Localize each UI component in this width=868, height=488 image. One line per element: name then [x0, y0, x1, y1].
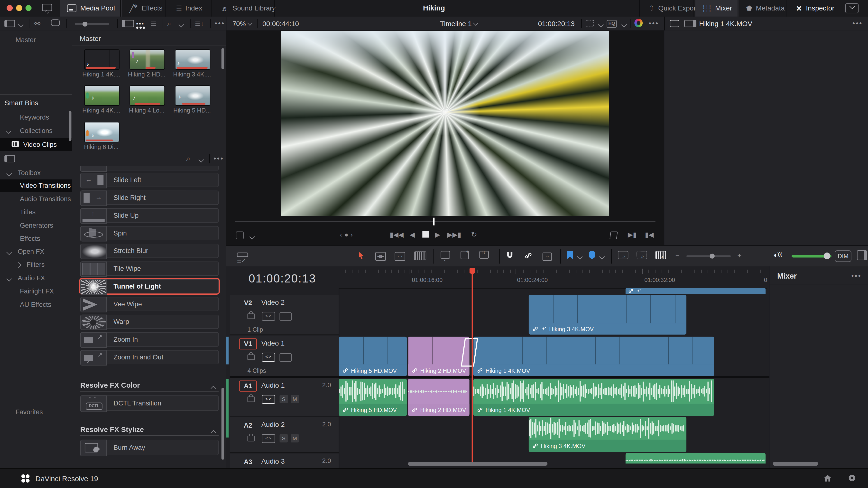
track-header-a3[interactable]: A3 Audio 3 2.0 [230, 454, 339, 468]
mixer-horizontal-scrollbar[interactable] [773, 462, 818, 466]
timeline-selector[interactable]: Timeline 1 [440, 20, 478, 28]
viewer-scrubber[interactable] [235, 221, 655, 222]
sidebar-generators[interactable]: Generators [20, 222, 53, 230]
track-header-a2[interactable]: A2 Audio 2 2.0 <> S M [230, 417, 339, 453]
presentation-icon[interactable] [42, 4, 52, 13]
window-minimize-button[interactable] [16, 5, 22, 11]
window-zoom-button[interactable] [26, 5, 32, 11]
zoom-out-button[interactable]: − [676, 251, 680, 260]
media-grid-scrollbar[interactable] [221, 48, 224, 69]
track-autoselect-icon[interactable]: <> [262, 353, 275, 362]
loop-button[interactable]: ↻ [471, 231, 477, 239]
sidebar-open-fx[interactable]: Open FX [18, 248, 44, 255]
panel-toggle-icon[interactable] [4, 20, 15, 29]
timeline-clip-v1-hiking2[interactable]: Hiking 2 HD.MOV [408, 337, 469, 376]
filters-chevron-icon[interactable] [17, 262, 21, 270]
timeline-zoom-slider[interactable] [686, 255, 731, 257]
sidebar-titles[interactable]: Titles [20, 208, 35, 216]
transition-spin[interactable]: Spin [80, 226, 219, 240]
media-clip-thumb[interactable]: ♪ [84, 85, 120, 106]
media-search-chevron[interactable] [177, 22, 183, 29]
media-clip-name[interactable]: Hiking 6 Di... [79, 144, 124, 150]
media-clip-thumb[interactable]: ♪ [175, 85, 211, 106]
selection-mode-tool[interactable] [358, 251, 365, 260]
bin-collections[interactable]: Collections [20, 127, 53, 135]
timeline-view-options-icon[interactable]: ☰✓ [237, 251, 248, 266]
viewer-options-icon[interactable]: ••• [649, 20, 659, 27]
replace-clip-button[interactable]: ↑↓ [479, 251, 489, 260]
tab-metadata[interactable]: ⬟ Metadata [740, 0, 791, 17]
sidebar-audio-fx[interactable]: Audio FX [18, 274, 45, 282]
sidebar-audio-transitions[interactable]: Audio Transitions [20, 195, 71, 203]
sort-icon[interactable]: ☰↓ [195, 20, 204, 27]
audiofx-chevron-icon[interactable] [7, 276, 11, 284]
next-edit-icon[interactable]: ▶▮ [628, 231, 637, 239]
timeline-ruler[interactable]: 01:00:16:00 01:00:24:00 01:00:32:00 0 [339, 269, 767, 288]
transition-item-partial[interactable] [80, 166, 219, 171]
go-to-first-frame-button[interactable]: ▮◀◀ [390, 231, 404, 239]
track-badge[interactable]: A1 [239, 380, 257, 391]
media-clip-name[interactable]: Hiking 4 4K.... [79, 107, 124, 114]
track-lock-icon[interactable] [248, 436, 255, 441]
media-pool-options-icon[interactable]: ••• [215, 20, 225, 27]
timeline-playhead[interactable] [472, 269, 472, 462]
workspace-chevron-button[interactable] [845, 3, 859, 13]
timeline-audio-a2-hiking3[interactable]: Hiking 3 4K.MOV [529, 417, 686, 452]
viewer-video-frame[interactable] [281, 31, 609, 216]
timeline-clip-v1-hiking1[interactable]: Hiking 1 4K.MOV [473, 337, 714, 376]
fit-frame-chevron[interactable] [597, 22, 603, 29]
tab-inspector[interactable]: ✕ Inspector [789, 0, 841, 17]
transition-zoom-in-and-out[interactable]: ↗↙ Zoom In and Out [80, 350, 219, 364]
track-autoselect-icon[interactable]: <> [262, 312, 275, 321]
detail-zoom-button[interactable]: ⌕ [637, 251, 647, 261]
media-clip-thumb[interactable]: ♪ [129, 49, 165, 70]
inspector-clip-icon[interactable] [670, 20, 679, 29]
window-close-button[interactable] [7, 5, 13, 11]
flag-tool[interactable] [567, 251, 573, 259]
bin-keywords[interactable]: Keywords [20, 114, 49, 121]
bin-sidebar-scrollbar[interactable] [69, 111, 71, 141]
sidebar-effects[interactable]: Effects [20, 235, 40, 243]
transition-tile-wipe[interactable]: Tile Wipe [80, 261, 219, 276]
sidebar-video-transitions[interactable]: Video Transitions [0, 180, 72, 192]
media-clip-thumb[interactable]: ♪ [175, 49, 211, 70]
effects-panel-toggle-icon[interactable] [4, 155, 15, 164]
go-to-last-frame-button[interactable]: ▶▶▮ [447, 231, 461, 239]
annotations-icon[interactable] [51, 20, 60, 28]
media-clip-thumb[interactable]: ♪ [84, 49, 120, 70]
track-autoselect-icon[interactable]: <> [262, 434, 275, 443]
timeline-clip-partial-v3[interactable] [626, 288, 766, 294]
timeline-horizontal-scrollbar[interactable] [408, 462, 548, 466]
transition-slide-up[interactable]: ↑ Slide Up [80, 208, 219, 222]
transition-tunnel-of-light[interactable]: Tunnel of Light [80, 279, 219, 294]
monitor-volume-slider[interactable] [792, 255, 832, 257]
media-clip-name[interactable]: Hiking 2 HD... [124, 71, 169, 78]
timeline-timecode-display[interactable]: 01:00:20:13 [230, 272, 335, 285]
track-header-a1[interactable]: A1 Audio 1 2.0 <> S M [230, 378, 339, 417]
effects-search-chevron[interactable] [197, 157, 203, 164]
overwrite-clip-button[interactable]: ↰ [461, 251, 469, 261]
viewer-zoom-select[interactable]: 70% [232, 20, 252, 28]
track-badge[interactable]: V1 [239, 338, 257, 349]
timeline-clip-v2-hiking3[interactable]: Hiking 3 4K.MOV [529, 295, 686, 335]
resolve-fx-color-collapse-icon[interactable] [212, 383, 215, 391]
sidebar-au-effects[interactable]: AU Effects [20, 301, 51, 308]
track-badge[interactable]: V2 [239, 297, 257, 308]
transition-zoom-in[interactable]: ↗ Zoom In [80, 332, 219, 347]
razor-edit-mode-tool[interactable] [414, 251, 426, 262]
timeline-audio-a1-hiking1[interactable]: Hiking 1 4K.MOV [473, 379, 714, 416]
fit-frame-icon[interactable] [586, 20, 594, 29]
media-search-icon[interactable]: ⌕ [167, 20, 172, 28]
full-extent-zoom-button[interactable]: ⌕ [618, 251, 628, 261]
mixer-options-icon[interactable]: ••• [851, 272, 862, 280]
transition-warp[interactable]: Warp [80, 315, 219, 329]
transition-slide-right[interactable]: → Slide Right [80, 190, 219, 205]
media-clip-name[interactable]: Hiking 4 Lo... [124, 107, 169, 114]
sidebar-filters[interactable]: Filters [27, 261, 44, 269]
track-solo-button[interactable]: S [279, 434, 288, 443]
proxy-hq-icon[interactable]: HQ [607, 20, 617, 28]
track-solo-button[interactable]: S [279, 395, 288, 403]
track-lock-icon[interactable] [248, 396, 255, 402]
transitions-scrollbar[interactable] [221, 388, 224, 460]
transition-slide-left[interactable]: ← Slide Left [80, 173, 219, 187]
